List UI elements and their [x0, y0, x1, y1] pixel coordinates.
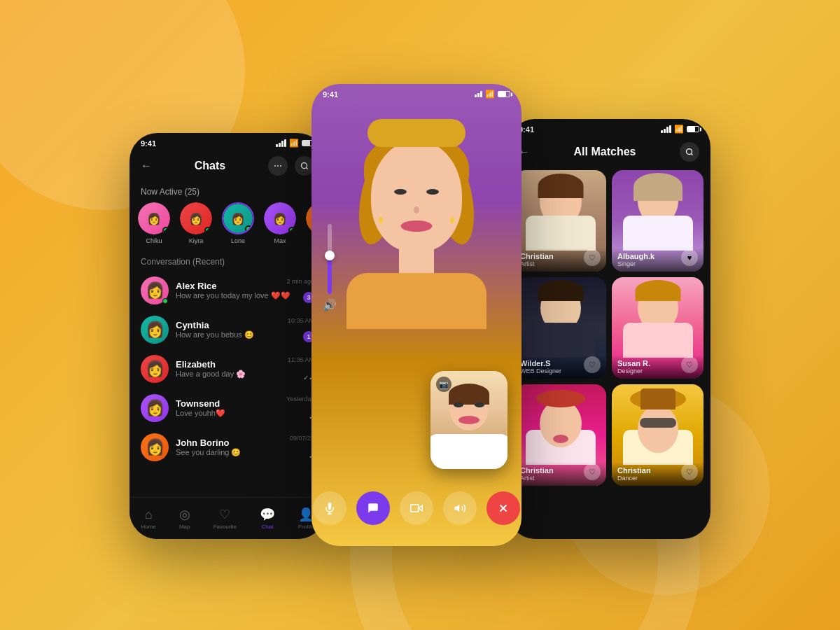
- elizabeth-time: 11:35 AM: [288, 356, 314, 363]
- susan-heart[interactable]: ♡: [681, 356, 698, 373]
- townsend-time: Yesterday: [286, 396, 314, 402]
- home-label: Home: [141, 524, 155, 530]
- chat-button[interactable]: [356, 491, 390, 525]
- match-card-susan[interactable]: Susan R. Designer ♡: [612, 277, 704, 379]
- christian-1-heart[interactable]: ♡: [584, 249, 601, 266]
- kiyra-name: Kiyra: [189, 237, 204, 244]
- active-user-chiku[interactable]: 👩 Chiku: [138, 202, 170, 244]
- active-user-kiyra[interactable]: 👩 Kiyra: [180, 202, 212, 244]
- map-icon: ◎: [179, 507, 190, 522]
- conv-cynthia[interactable]: 👩 Cynthia How are you bebus 😊 10:35 AM 1: [130, 310, 326, 349]
- slider-track: [328, 224, 332, 294]
- townsend-msg: Love youhh❤️: [176, 409, 314, 418]
- more-button[interactable]: ⋯: [268, 156, 288, 176]
- alex-msg: How are you today my love ❤️❤️: [176, 291, 314, 300]
- albaugh-heart[interactable]: ♥: [681, 249, 698, 266]
- center-phone: 9:41 📶: [312, 84, 522, 546]
- conv-townsend[interactable]: 👩 Townsend Love youhh❤️ Yesterday ✓: [130, 388, 326, 428]
- back-button[interactable]: ←: [141, 160, 152, 172]
- map-label: Map: [179, 524, 190, 530]
- right-phone: 9:41 📶 ← All Matches: [507, 119, 710, 539]
- john-time: 09/07/23: [290, 435, 314, 442]
- alex-time: 2 min ago: [286, 278, 314, 285]
- active-section-label: Now Active (25): [130, 184, 326, 202]
- lone-online-dot: [245, 225, 252, 232]
- match-card-albaugh[interactable]: Albaugh.k Singer ♥: [612, 170, 704, 272]
- center-time: 9:41: [323, 90, 338, 99]
- fav-icon: ♡: [219, 507, 230, 522]
- svg-point-0: [301, 163, 307, 169]
- nav-chat[interactable]: 💬 Chat: [260, 507, 275, 530]
- alex-online: [162, 298, 168, 304]
- center-status-icons: 📶: [475, 90, 510, 99]
- left-time: 9:41: [141, 139, 156, 148]
- svg-marker-4: [419, 505, 422, 511]
- home-icon: ⌂: [145, 507, 153, 522]
- cynthia-msg: How are you bebus 😊: [176, 330, 314, 340]
- match-card-christian-2[interactable]: Christian Artist ♡: [514, 384, 606, 486]
- phones-container: 9:41 📶 ← Chats ⋯: [130, 84, 710, 546]
- conv-elizabeth[interactable]: 👩 Elizabeth Have a good day 🌸 11:35 AM ✓…: [130, 349, 326, 388]
- max-name: Max: [274, 237, 286, 244]
- center-signal-icon: [475, 91, 482, 97]
- svg-point-9: [686, 149, 692, 155]
- left-phone: 9:41 📶 ← Chats ⋯: [130, 133, 326, 539]
- matches-title: All Matches: [574, 146, 636, 158]
- svg-rect-5: [411, 505, 419, 512]
- nav-map[interactable]: ◎ Map: [179, 507, 190, 530]
- volume-slider[interactable]: 🔊: [323, 224, 337, 312]
- christian-2-heart[interactable]: ♡: [584, 463, 601, 480]
- conv-alex[interactable]: 👩 Alex Rice How are you today my love ❤️…: [130, 271, 326, 310]
- small-video-overlay: 📷: [430, 371, 507, 469]
- conversations-label: Conversation (Recent): [130, 254, 326, 271]
- max-online-dot: [288, 227, 295, 234]
- chats-title: Chats: [195, 160, 225, 172]
- conv-john[interactable]: 👩 John Borino See you darling 😊 09/07/23…: [130, 428, 326, 467]
- chat-header: ← Chats ⋯: [130, 150, 326, 184]
- small-video-camera-icon: 📷: [436, 377, 451, 392]
- svg-line-10: [691, 153, 692, 155]
- wifi-icon: 📶: [289, 139, 299, 148]
- video-main-subject: [312, 112, 522, 322]
- header-icons: ⋯: [268, 156, 314, 176]
- nav-home[interactable]: ⌂ Home: [141, 507, 155, 530]
- chiku-name: Chiku: [146, 237, 162, 244]
- match-card-christian-3[interactable]: Christian Dancer ♡: [612, 384, 704, 486]
- left-status-bar: 9:41 📶: [130, 133, 326, 150]
- right-status-bar: 9:41 📶: [507, 119, 710, 136]
- fav-label: Favourite: [214, 524, 237, 530]
- call-controls: [312, 491, 522, 525]
- video-button[interactable]: [400, 491, 433, 525]
- right-signal-icon: [661, 125, 671, 133]
- match-card-christian-1[interactable]: Christian Artist ♡: [514, 170, 606, 272]
- bottom-navigation: ⌂ Home ◎ Map ♡ Favourite 💬 Chat 👤 Profil…: [130, 497, 326, 539]
- right-wifi-icon: 📶: [674, 125, 684, 134]
- matches-header: ← All Matches: [507, 136, 710, 170]
- matches-search-button[interactable]: [680, 142, 699, 162]
- christian-3-heart[interactable]: ♡: [681, 463, 698, 480]
- chiku-online-dot: [162, 227, 169, 234]
- match-card-wilder[interactable]: Wilder.S WEB Designer ♡: [514, 277, 606, 379]
- nav-favourite[interactable]: ♡ Favourite: [214, 507, 237, 530]
- svg-marker-6: [455, 505, 460, 512]
- john-msg: See you darling 😊: [176, 448, 314, 457]
- lone-name: Lone: [231, 237, 245, 244]
- active-user-lone[interactable]: 👩 Lone: [222, 202, 254, 244]
- kiyra-online-dot: [204, 227, 211, 234]
- chat-label: Chat: [261, 524, 273, 530]
- speaker-button[interactable]: [443, 491, 477, 525]
- mic-button[interactable]: [313, 491, 346, 525]
- left-status-icons: 📶: [276, 139, 314, 148]
- slider-thumb[interactable]: [325, 251, 335, 260]
- center-battery-icon: [498, 91, 510, 97]
- right-battery-icon: [687, 126, 699, 132]
- active-users-row: 👩 Chiku 👩 Kiyra 👩 Lone: [130, 202, 326, 254]
- matches-grid: Christian Artist ♡ Albaugh.k Singer ♥: [507, 170, 710, 486]
- end-call-button[interactable]: [486, 491, 520, 525]
- center-wifi-icon: 📶: [485, 90, 495, 99]
- cynthia-time: 10:35 AM: [288, 317, 314, 324]
- elizabeth-msg: Have a good day 🌸: [176, 370, 314, 379]
- wilder-heart[interactable]: ♡: [584, 356, 601, 373]
- center-status-bar: 9:41 📶: [312, 84, 522, 102]
- active-user-max[interactable]: 👩 Max: [264, 202, 296, 244]
